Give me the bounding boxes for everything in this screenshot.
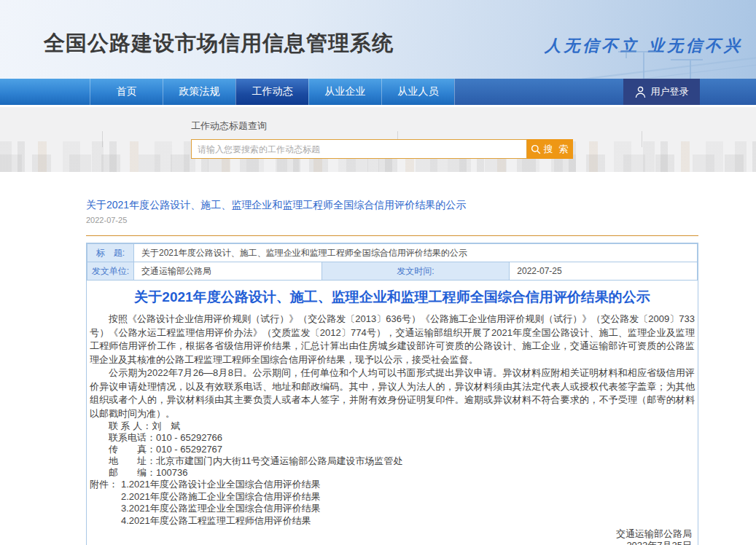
nav-filler (454, 79, 756, 105)
search-button[interactable]: 搜 索 (527, 139, 573, 159)
nav-tab-policies[interactable]: 政策法规 (163, 79, 235, 105)
antenna-decoration (642, 131, 642, 147)
attachments-label: 附件： (90, 479, 118, 527)
nav-tab-work-updates[interactable]: 工作动态 (235, 79, 308, 105)
site-title: 全国公路建设市场信用信息管理系统 (44, 29, 394, 58)
search-button-label: 搜 索 (544, 143, 570, 156)
search-icon (531, 144, 541, 154)
site-header: 全国公路建设市场信用信息管理系统 人无信不立 业无信不兴 (0, 0, 756, 79)
antenna-decoration (102, 131, 103, 147)
document-box: 标 题: 关于2021年度公路设计、施工、监理企业和监理工程师全国综合信用评价结… (86, 243, 698, 545)
table-row: 标 题: 关于2021年度公路设计、施工、监理企业和监理工程师全国综合信用评价结… (87, 244, 698, 262)
table-row: 发文单位: 交通运输部公路局 发文时间: 2022-07-25 (87, 262, 698, 281)
attachment-item: 2.2021年度公路施工企业全国综合信用评价结果 (121, 491, 321, 503)
signature-unit: 交通运输部公路局 (90, 528, 692, 540)
meta-time-value: 2022-07-25 (510, 262, 698, 281)
user-login-label: 用户登录 (651, 85, 689, 98)
contact-phone: 联系电话：010 - 65292766 (90, 432, 695, 444)
contact-address: 地 址：北京市建国门内大街11号交通运输部公路局建设市场监管处 (90, 455, 695, 467)
nav-spacer (0, 79, 90, 105)
nav-tab-enterprises[interactable]: 从业企业 (308, 79, 381, 105)
meta-unit-value: 交通运输部公路局 (134, 262, 322, 281)
meta-time-label: 发文时间: (322, 262, 510, 281)
article-body: 关于2021年度公路设计、施工、监理企业和监理工程师全国综合信用评价结果的公示 … (87, 281, 698, 545)
nav-tab-home[interactable]: 首页 (90, 79, 163, 105)
nav-tab-personnel[interactable]: 从业人员 (381, 79, 454, 105)
paragraph: 公示期为2022年7月26—8月8日。公示期间，任何单位和个人均可以书面形式提出… (90, 366, 695, 420)
attachment-item: 3.2021年度公路监理企业全国综合信用评价结果 (121, 503, 321, 515)
attachments-list: 附件： 1.2021年度公路设计企业全国综合信用评价结果 2.2021年度公路施… (90, 479, 695, 527)
attachment-item: 4.2021年度公路工程监理工程师信用评价结果 (121, 515, 321, 528)
meta-title-value: 关于2021年度公路设计、施工、监理企业和监理工程师全国综合信用评价结果的公示 (134, 244, 698, 262)
user-icon (635, 86, 646, 98)
meta-unit-label: 发文单位: (87, 262, 134, 281)
signature-date: 2022年7月25日 (90, 540, 692, 545)
divider (86, 235, 698, 236)
signature-block: 交通运输部公路局 2022年7月25日 (90, 528, 695, 545)
document-meta-table: 标 题: 关于2021年度公路设计、施工、监理企业和监理工程师全国综合信用评价结… (87, 243, 698, 281)
contact-person: 联 系 人：刘 斌 (90, 420, 695, 432)
contact-fax: 传 真：010 - 65292767 (90, 444, 695, 455)
search-section: 工作动态标题查询 搜 索 (0, 107, 756, 172)
contact-zipcode: 邮 编：100736 (90, 467, 695, 479)
document-heading: 关于2021年度公路设计、施工、监理企业和监理工程师全国综合信用评价结果的公示 (90, 288, 695, 307)
page-title-link[interactable]: 关于2021年度公路设计、施工、监理企业和监理工程师全国综合信用评价结果的公示 (86, 198, 698, 211)
paragraph: 按照《公路设计企业信用评价规则（试行）》（交公路发〔2013〕636号）《公路施… (90, 313, 695, 366)
attachment-item: 1.2021年度公路设计企业全国综合信用评价结果 (121, 479, 321, 491)
page-date: 2022-07-25 (86, 216, 698, 225)
main-nav: 首页 政策法规 工作动态 从业企业 从业人员 用户登录 (0, 79, 756, 105)
user-login-button[interactable]: 用户登录 (623, 79, 700, 105)
search-input[interactable] (191, 139, 527, 159)
content-area: 关于2021年度公路设计、施工、监理企业和监理工程师全国综合信用评价结果的公示 … (0, 172, 756, 545)
search-label: 工作动态标题查询 (191, 119, 573, 133)
meta-title-label: 标 题: (87, 244, 134, 262)
